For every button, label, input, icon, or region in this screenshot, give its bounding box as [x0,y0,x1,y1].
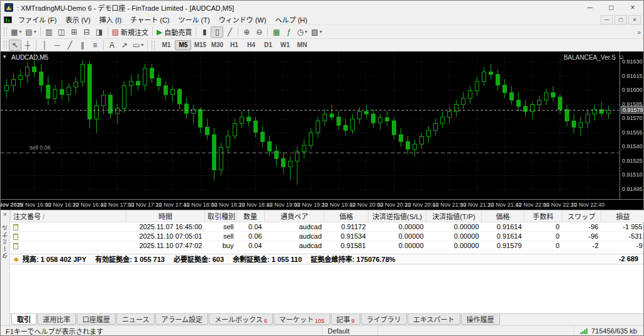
horizontal-line-icon: ─ [55,41,60,49]
one-click-trading-arrow[interactable]: ▾ [3,53,6,60]
chart-plot[interactable] [1,51,643,210]
timeframe-h4-button[interactable]: H4 [243,40,259,50]
terminal-close-icon[interactable]: × [3,210,7,219]
cursor-button[interactable]: ↖ [9,40,21,51]
navigator-button[interactable]: ⊞ [68,26,80,38]
terminal-tab-account-history[interactable]: 口座履歴 [77,314,116,325]
open_price-cell: 0.91581 [325,241,369,250]
timeframe-w1-button[interactable]: W1 [277,40,293,50]
profiles-button[interactable]: ▤▾ [23,26,38,38]
auto-trading-label: 自動売買 [164,27,192,37]
menu-tools[interactable]: ツール (T) [174,14,214,25]
order-row[interactable]: 2025.11.10 07:05:01sell0.06audcad0.91534… [11,231,644,241]
market-watch-button[interactable]: ▥ [43,26,55,38]
column-header-4[interactable]: 通貨ペア [265,210,325,222]
terminal-toggle-button[interactable]: ⊟ [80,26,93,38]
terminal-tab-market[interactable]: マーケット105 [274,314,330,325]
line-chart-mode-button[interactable]: ╱ [223,26,236,38]
chart-window-icon[interactable] [4,16,12,23]
menu-items: ファイル (F)表示 (V)挿入 (I)チャート (C)ツール (T)ウィンドウ… [14,14,312,25]
timeframe-m30-button[interactable]: M30 [209,40,225,50]
terminal-tab-trade[interactable]: 取引 [11,314,36,325]
strategy-tester-button[interactable]: ◨ [93,26,106,38]
toolbar-overflow-button[interactable]: » [637,28,641,36]
chevron-down-icon: ▾ [319,29,322,35]
crosshair-button[interactable]: ┼ [21,40,34,51]
trendline-button[interactable]: ╱ [64,40,76,51]
toolbar-drag-handle[interactable] [4,41,7,50]
order-row[interactable]: 2025.11.07 16:45:00sell0.04audcad0.91172… [11,222,644,231]
vertical-line-button[interactable]: │ [38,40,51,51]
profit-cell: -1 955 [601,222,644,231]
templates-button[interactable]: ▧▾ [309,26,324,38]
column-header-0[interactable]: 注文番号/ [11,210,126,222]
column-header-2[interactable]: 取引種別 [205,210,236,222]
candle-chart-mode-button[interactable]: ▯ [211,26,223,38]
shapes-icon: ▭ [133,41,140,49]
timeframe-m1-button[interactable]: M1 [158,40,174,50]
timeframe-m5-button[interactable]: M5 [175,40,191,50]
new-order-button[interactable]: ▤新規注文 [110,26,150,38]
maximize-button[interactable]: □ [601,1,622,14]
menu-window[interactable]: ウィンドウ (W) [214,14,271,25]
terminal-tab-news[interactable]: ニュース [116,314,155,325]
auto-arrange-button[interactable]: ▦ [270,26,282,38]
timeframe-d1-button[interactable]: D1 [260,40,276,50]
terminal-tab-exposure[interactable]: 運用比率 [37,314,76,325]
data-window-button[interactable]: ◫ [55,26,68,38]
zoom-in-button[interactable]: ⊕ [240,26,253,38]
column-header-8[interactable]: 価格 [482,210,525,222]
column-header-6[interactable]: 決済逆指値(S/L) [369,210,426,222]
menu-insert[interactable]: 挿入 (I) [95,14,126,25]
text-tool-button[interactable]: A [106,40,118,51]
shapes-button[interactable]: ▭▾ [131,40,145,51]
toolbar-separator [196,27,196,36]
terminal-toggle-icon: ⊟ [84,28,90,36]
open_price-cell: 0.91172 [325,222,369,231]
toolbar-drag-handle[interactable] [4,28,7,36]
child-minimize-button[interactable]: ─ [601,15,613,24]
menu-charts[interactable]: チャート (C) [126,14,174,25]
bar-chart-mode-button[interactable]: ▮ [198,26,211,38]
column-header-1[interactable]: 時間 [126,210,205,222]
terminal-tab-mailbox[interactable]: メールボックス6 [209,314,273,325]
toolbar-drag-handle[interactable] [152,41,155,50]
terminal-tab-articles[interactable]: 記事9 [331,314,360,325]
child-restore-button[interactable]: □ [614,15,627,24]
order-row[interactable]: 2025.11.10 07:47:02buy0.04audcad0.915810… [11,241,644,250]
close-button[interactable]: × [622,1,643,14]
terminal-tab-journal[interactable]: 操作履歴 [461,314,500,325]
column-header-9[interactable]: 手数料 [525,210,562,222]
timeframe-h1-button[interactable]: H1 [226,40,242,50]
menu-help[interactable]: ヘルプ (H) [270,14,311,25]
periods-button[interactable]: ◷▾ [295,26,309,38]
column-header-3[interactable]: 数量 [236,210,265,222]
column-header-7[interactable]: 決済指値(T/P) [426,210,482,222]
terminal-tab-alerts[interactable]: アラーム設定 [155,314,208,325]
indicators-button[interactable]: ƒ [282,26,295,38]
menu-view[interactable]: 表示 (V) [61,14,95,25]
timeframe-mn-button[interactable]: MN [294,40,310,50]
time-cell: 2025.11.10 07:47:02 [126,241,205,250]
volume-cell: 0.06 [236,231,265,241]
terminal-tab-experts[interactable]: エキスパート [408,314,460,325]
commission-cell: 0 [525,222,562,231]
equidistant-channel-button[interactable]: ∥ [76,40,89,51]
minimize-button[interactable]: ─ [579,1,601,14]
column-header-5[interactable]: 価格 [325,210,369,222]
terminal-tab-library[interactable]: ライブラリ [361,314,407,325]
auto-trading-button[interactable]: ▶自動売買 [155,26,194,38]
horizontal-line-button[interactable]: ─ [51,40,64,51]
new-chart-button[interactable]: ▦▾ [9,26,23,38]
order-number-cell [11,222,126,231]
orders-table: 注文番号/時間取引種別数量通貨ペア価格決済逆指値(S/L)決済指値(T/P)価格… [10,210,644,251]
fibonacci-button[interactable]: ≡ [89,40,101,51]
column-header-10[interactable]: スワップ [562,210,601,222]
menu-file[interactable]: ファイル (F) [14,14,61,25]
column-header-11[interactable]: 損益 [601,210,644,222]
zoom-out-button[interactable]: ⊖ [253,26,265,38]
timeframe-m15-button[interactable]: M15 [192,40,208,50]
status-profile[interactable]: Default [323,326,378,335]
arrow-tool-button[interactable]: ↗ [118,40,131,51]
child-close-button[interactable]: × [628,15,641,24]
